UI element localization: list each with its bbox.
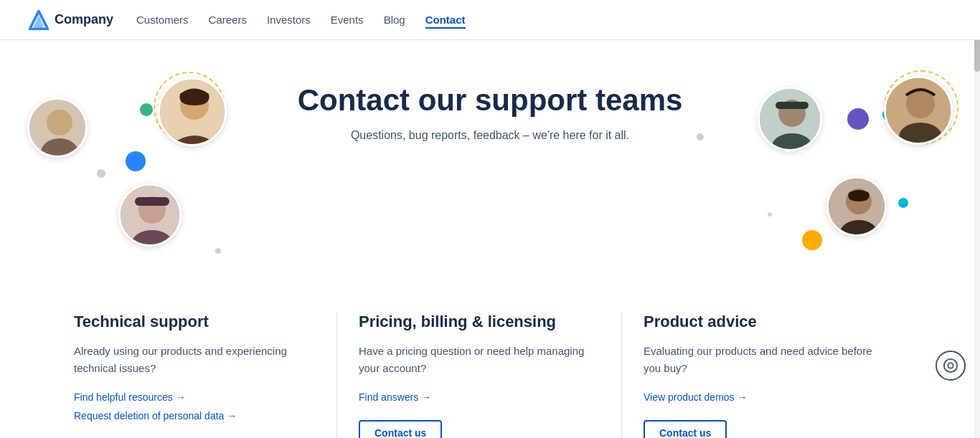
nav-customers[interactable]: Customers — [136, 14, 189, 26]
dot-gray1 — [97, 169, 105, 178]
chat-icon[interactable] — [936, 351, 966, 381]
dot-teal — [140, 103, 153, 116]
find-answers-link[interactable]: Find answers → — [359, 391, 600, 403]
dot-purple — [847, 108, 869, 130]
svg-point-3 — [47, 110, 72, 135]
product-advice-heading: Product advice — [644, 313, 885, 331]
navbar: Company Customers Careers Investors Even… — [0, 0, 980, 40]
avatar-man3 — [826, 176, 887, 237]
pricing-contact-button[interactable]: Contact us — [359, 420, 442, 438]
nav-blog[interactable]: Blog — [384, 14, 405, 26]
pricing-billing-heading: Pricing, billing & licensing — [359, 313, 600, 331]
dot-blue — [126, 151, 146, 171]
nav-links: Customers Careers Investors Events Blog … — [136, 14, 465, 27]
svg-rect-10 — [135, 197, 169, 206]
section-pricing-billing: Pricing, billing & licensing Have a pric… — [337, 313, 622, 438]
nav-events[interactable]: Events — [331, 14, 364, 26]
product-advice-description: Evaluating our products and need advice … — [644, 343, 885, 377]
view-product-demos-link[interactable]: View product demos → — [644, 391, 885, 403]
support-sections: Technical support Already using our prod… — [31, 284, 949, 438]
dot-gray2 — [697, 133, 704, 141]
avatar-woman2 — [118, 184, 182, 247]
svg-point-22 — [948, 363, 953, 368]
nav-careers[interactable]: Careers — [209, 14, 247, 26]
avatar-woman1 — [158, 77, 227, 146]
dot-gray3 — [215, 248, 221, 254]
pricing-billing-description: Have a pricing question or need help man… — [359, 343, 600, 377]
logo-icon — [29, 10, 49, 30]
dot-yellow — [802, 230, 822, 250]
section-product-advice: Product advice Evaluating our products a… — [622, 313, 906, 438]
technical-support-heading: Technical support — [74, 313, 315, 331]
technical-support-description: Already using our products and experienc… — [74, 343, 315, 377]
hero-section: Contact our support teams Questions, bug… — [0, 40, 980, 284]
hero-subtitle: Questions, bug reports, feedback – we're… — [14, 129, 966, 142]
svg-rect-14 — [776, 102, 809, 109]
nav-investors[interactable]: Investors — [267, 14, 311, 26]
dot-cyan2 — [898, 198, 908, 208]
avatar-man2 — [758, 87, 822, 151]
svg-point-21 — [944, 359, 957, 372]
nav-contact[interactable]: Contact — [425, 14, 466, 29]
avatar-woman3 — [884, 76, 953, 145]
section-technical-support: Technical support Already using our prod… — [74, 313, 337, 438]
product-contact-button[interactable]: Contact us — [644, 420, 727, 438]
nav-logo[interactable]: Company — [29, 10, 113, 30]
logo-text: Company — [55, 12, 113, 27]
find-helpful-resources-link[interactable]: Find helpful resources → — [74, 391, 315, 403]
request-deletion-link[interactable]: Request deletion of personal data → — [74, 410, 315, 422]
dot-gray4 — [768, 212, 772, 216]
scrollbar[interactable] — [974, 0, 980, 438]
avatar-man1 — [27, 97, 88, 158]
